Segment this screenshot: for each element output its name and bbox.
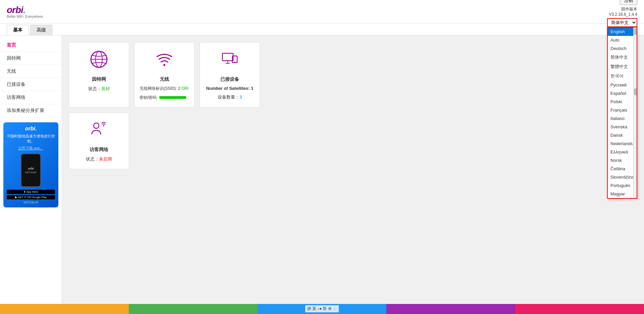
card-wireless[interactable]: 无线 无线网络标识(SSID): 2 ORI 密钥/密码 <box>134 42 195 108</box>
wifi-icon <box>154 49 174 73</box>
scrollbar-up-thumb <box>634 28 637 35</box>
top-bar: orbi. Better WiFi. Everywhere. 注销 固件版本 V… <box>0 0 644 23</box>
lang-option-polish[interactable]: Polski <box>608 98 637 106</box>
lang-option-deutsch[interactable]: Deutsch <box>608 44 637 53</box>
internet-card-status: 状态：良好 <box>88 86 110 92</box>
firmware-info: 固件版本 V3.2.16.6_1.4.4 <box>609 6 637 17</box>
firmware-label: 固件版本 <box>621 7 637 11</box>
logo-dot: . <box>23 5 25 15</box>
sidebar-ad-link[interactable]: 立即下载 app。 <box>7 146 55 151</box>
app-store-buttons: ⬇ App Store ▶ GET IT ON Google Play <box>7 190 55 199</box>
tab-basic[interactable]: 基本 <box>7 25 29 35</box>
card-internet[interactable]: 因特网 状态：良好 <box>69 42 129 108</box>
logo-tagline: Better WiFi. Everywhere. <box>7 15 44 18</box>
language-dropdown-overlay: English Auto Deutsch 简体中文 繁體中文 한국어 Русск… <box>607 27 637 199</box>
lang-option-french[interactable]: Français <box>608 106 637 114</box>
guest-status-value: 未启用 <box>99 156 112 162</box>
svg-point-3 <box>163 64 165 66</box>
main-layout: 首页 因特网 无线 已接设备 访客网络 添加奥秘分身扩展 orbi. 可随时随地… <box>0 36 644 304</box>
svg-point-10 <box>103 125 104 126</box>
wireless-ssid: 无线网络标识(SSID): 2 ORI <box>140 86 189 91</box>
sidebar-ad-logo: orbi. <box>7 126 55 132</box>
lang-option-auto[interactable]: Auto <box>608 36 637 44</box>
netgear-label: NETGEAR <box>7 201 55 204</box>
sidebar-item-connected[interactable]: 已接设备 <box>0 78 62 91</box>
cards-grid: 因特网 状态：良好 无线 无线网络标识(SSID): 2 <box>69 42 270 169</box>
lang-option-czech[interactable]: Čeština <box>608 165 637 173</box>
svg-rect-4 <box>222 53 233 61</box>
devices-count-value: 3 <box>239 95 242 100</box>
lang-option-hungarian[interactable]: Magyar <box>608 190 637 198</box>
sidebar-item-internet[interactable]: 因特网 <box>0 52 62 65</box>
card-guest-network[interactable]: 访客网络 状态：未启用 <box>69 113 129 169</box>
lang-option-norwegian[interactable]: Norsk <box>608 156 637 165</box>
lang-option-spanish[interactable]: Español <box>608 89 637 98</box>
password-bar <box>159 96 186 99</box>
logo: orbi. <box>7 5 44 15</box>
phone-mockup: orbi NETGEAR <box>21 153 41 187</box>
tab-advanced[interactable]: 高级 <box>30 25 52 35</box>
lang-option-swedish[interactable]: Svenska <box>608 123 637 131</box>
sidebar-item-home[interactable]: 首页 <box>0 39 62 52</box>
devices-card-title: 已接设备 <box>220 76 239 82</box>
lang-option-simplified-chinese[interactable]: 简体中文 <box>608 53 637 62</box>
devices-icon <box>220 49 240 73</box>
top-right-area: 注销 固件版本 V3.2.16.6_1.4.4 简体中文 <box>607 0 637 27</box>
ssid-value: ORI <box>181 86 189 91</box>
language-select[interactable]: 简体中文 <box>607 18 637 27</box>
lang-option-english[interactable]: English <box>608 27 637 36</box>
guest-card-title: 访客网络 <box>90 147 108 153</box>
firmware-version: V3.2.16.6_1.4.4 <box>609 12 637 17</box>
svg-point-8 <box>234 61 235 62</box>
main-content: 因特网 状态：良好 无线 无线网络标识(SSID): 2 <box>62 36 644 304</box>
lang-option-italian[interactable]: Italiano <box>608 114 637 123</box>
sidebar-item-guest[interactable]: 访客网络 <box>0 91 62 104</box>
lang-option-slovenian[interactable]: Slovenščina <box>608 173 637 181</box>
googleplay-button[interactable]: ▶ GET IT ON Google Play <box>7 195 55 199</box>
svg-point-9 <box>94 123 99 128</box>
internet-status-value: 良好 <box>101 86 110 91</box>
sidebar: 首页 因特网 无线 已接设备 访客网络 添加奥秘分身扩展 orbi. 可随时随地… <box>0 36 62 304</box>
lang-option-portuguese[interactable]: Português <box>608 181 637 190</box>
scrollbar-down-thumb <box>634 88 637 95</box>
guests-icon <box>89 120 109 143</box>
card-connected-devices[interactable]: 已接设备 Number of Satellites: 1 设备数量：3 <box>200 42 260 108</box>
nav-tabs: 基本 高级 <box>0 23 644 36</box>
lang-option-traditional-chinese[interactable]: 繁體中文 <box>608 62 637 71</box>
bottom-status-text: 拼 英 ♪♦ 简 ⚙ ： <box>305 305 339 312</box>
wireless-password: 密钥/密码 <box>140 95 189 101</box>
language-dropdown-box: English Auto Deutsch 简体中文 繁體中文 한국어 Русск… <box>607 27 637 199</box>
sidebar-item-extend[interactable]: 添加奥秘分身扩展 <box>0 104 62 117</box>
sidebar-ad-text: 可随时随地迅速方便地进行控制。 <box>7 134 55 144</box>
logo-area: orbi. Better WiFi. Everywhere. <box>7 5 44 18</box>
satellites-info: Number of Satellites: 1 <box>206 86 254 91</box>
lang-option-danish[interactable]: Dansk <box>608 131 637 139</box>
sidebar-item-wireless[interactable]: 无线 <box>0 65 62 78</box>
logout-button[interactable]: 注销 <box>620 0 637 5</box>
appstore-button[interactable]: ⬇ App Store <box>7 190 55 194</box>
globe-icon <box>89 49 109 73</box>
internet-card-title: 因特网 <box>92 76 106 82</box>
wireless-card-title: 无线 <box>160 76 169 82</box>
lang-option-dutch[interactable]: Nederlands <box>608 139 637 148</box>
sidebar-ad: orbi. 可随时随地迅速方便地进行控制。 立即下载 app。 orbi NET… <box>3 122 58 207</box>
devices-count: 设备数量：3 <box>218 94 242 100</box>
lang-option-russian[interactable]: Русский <box>608 81 637 89</box>
dropdown-scrollbar <box>633 27 637 198</box>
guest-card-status: 状态：未启用 <box>86 156 112 162</box>
language-select-wrapper: 简体中文 <box>607 18 637 27</box>
lang-option-korean[interactable]: 한국어 <box>608 71 637 81</box>
ssid-label: 无线网络标识(SSID): 2 <box>140 86 181 91</box>
lang-option-greek[interactable]: Ελληνικά <box>608 148 637 156</box>
